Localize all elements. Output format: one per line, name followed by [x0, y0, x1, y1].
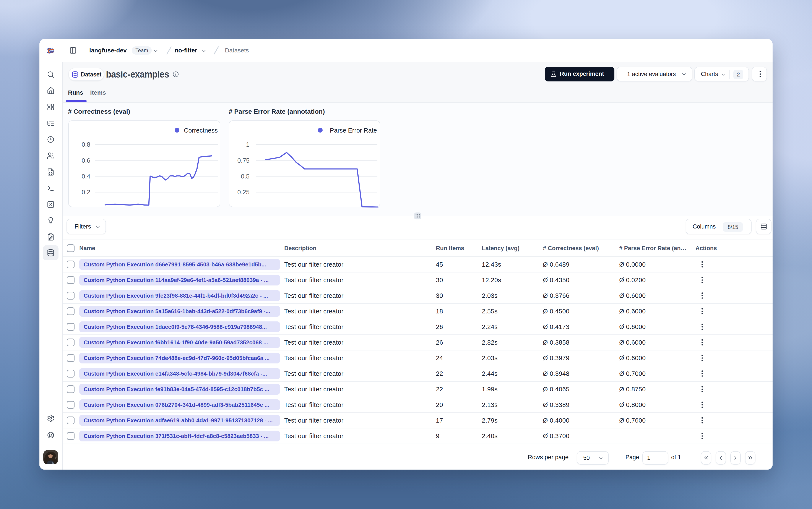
svg-text:0.6: 0.6	[82, 157, 90, 164]
svg-text:0.2: 0.2	[82, 189, 90, 196]
svg-text:0.25: 0.25	[237, 189, 249, 196]
svg-text:0.5: 0.5	[241, 173, 249, 180]
svg-text:0.75: 0.75	[237, 157, 249, 164]
svg-text:1: 1	[246, 141, 249, 148]
svg-text:Parse Error Rate: Parse Error Rate	[330, 127, 377, 134]
svg-text:Correctness: Correctness	[184, 127, 218, 134]
svg-text:0.8: 0.8	[82, 141, 90, 148]
svg-text:0.4: 0.4	[82, 173, 90, 180]
